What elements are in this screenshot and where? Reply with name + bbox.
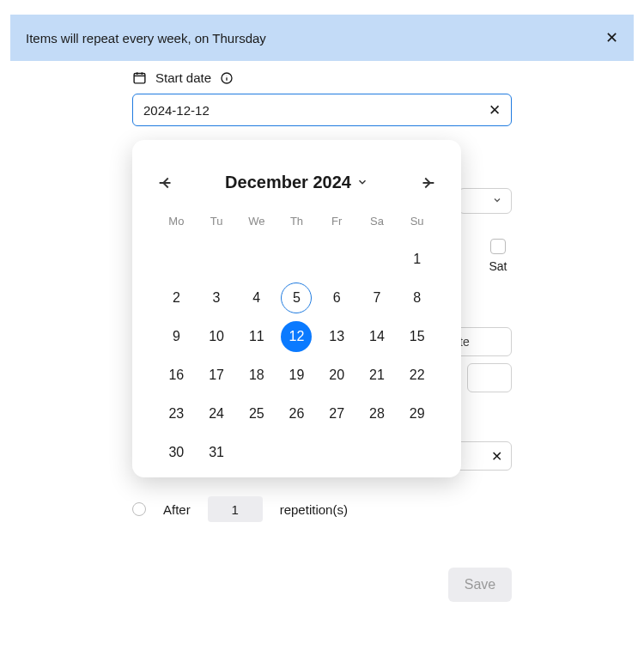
calendar-day[interactable]: 19 <box>276 355 317 394</box>
calendar-day[interactable]: 14 <box>357 317 398 355</box>
calendar-day[interactable]: 1 <box>397 240 437 278</box>
start-date-section: Start date ✕ <box>132 70 512 126</box>
calendar-day[interactable]: 25 <box>236 394 276 433</box>
next-month-button[interactable] <box>418 173 437 192</box>
calendar-day[interactable]: 23 <box>156 394 197 433</box>
start-date-label: Start date <box>155 70 211 85</box>
calendar-day[interactable]: 17 <box>197 355 237 394</box>
start-date-input-wrap[interactable]: ✕ <box>132 94 512 126</box>
calendar-day[interactable]: 15 <box>397 317 437 355</box>
start-date-input[interactable] <box>143 103 489 118</box>
calendar-dow: Sa <box>357 208 398 240</box>
close-icon[interactable]: ✕ <box>605 28 618 47</box>
calendar-day[interactable]: 11 <box>236 317 276 355</box>
calendar-dow: Th <box>276 208 317 240</box>
calendar-day-blank: 0 <box>156 240 197 278</box>
saturday-checkbox[interactable] <box>490 239 506 254</box>
calendar-day[interactable]: 2 <box>156 278 197 317</box>
calendar-day[interactable]: 27 <box>317 394 357 433</box>
calendar-day[interactable]: 5 <box>276 278 317 317</box>
chevron-down-icon <box>356 173 368 192</box>
calendar-day[interactable]: 10 <box>197 317 237 355</box>
month-year-selector[interactable]: December 2024 <box>225 173 368 192</box>
calendar-day[interactable]: 4 <box>236 278 276 317</box>
repetitions-suffix: repetition(s) <box>280 502 348 517</box>
calendar-day[interactable]: 16 <box>156 355 197 394</box>
info-icon[interactable] <box>220 71 234 85</box>
partial-row-blank-edge[interactable] <box>467 363 512 392</box>
calendar-day[interactable]: 31 <box>197 433 237 471</box>
calendar-day-blank: 0 <box>236 240 276 278</box>
calendar-day[interactable]: 21 <box>357 355 398 394</box>
calendar-dow: Su <box>397 208 437 240</box>
save-button[interactable]: Save <box>448 568 512 602</box>
calendar-day[interactable]: 28 <box>357 394 398 433</box>
calendar-day[interactable]: 24 <box>197 394 237 433</box>
calendar-grid: MoTuWeThFrSaSu00000012345678910111213141… <box>156 208 437 471</box>
calendar-day-blank: 0 <box>357 240 398 278</box>
calendar-icon <box>132 70 147 85</box>
calendar-day[interactable]: 8 <box>397 278 437 317</box>
date-picker-popover: December 2024 MoTuWeThFrSaSu000000123456… <box>132 140 461 477</box>
calendar-day[interactable]: 13 <box>317 317 357 355</box>
month-year-label: December 2024 <box>225 173 351 192</box>
calendar-dow: We <box>236 208 276 240</box>
calendar-day[interactable]: 22 <box>397 355 437 394</box>
calendar-dow: Mo <box>156 208 197 240</box>
calendar-dow: Tu <box>197 208 237 240</box>
calendar-day[interactable]: 18 <box>236 355 276 394</box>
clear-icon[interactable]: ✕ <box>489 101 501 119</box>
clear-icon[interactable]: ✕ <box>491 448 502 465</box>
saturday-checkbox-group: Sat <box>484 239 512 280</box>
calendar-day-blank: 0 <box>317 240 357 278</box>
calendar-day[interactable]: 29 <box>397 394 437 433</box>
calendar-header: December 2024 <box>156 173 437 192</box>
after-label: After <box>163 502 191 517</box>
calendar-day[interactable]: 3 <box>197 278 237 317</box>
calendar-day-blank: 0 <box>276 240 317 278</box>
calendar-day[interactable]: 12 <box>276 317 317 355</box>
calendar-day-blank: 0 <box>197 240 237 278</box>
saturday-label: Sat <box>489 259 507 273</box>
start-date-label-row: Start date <box>132 70 512 85</box>
chevron-down-icon <box>492 193 502 209</box>
calendar-day[interactable]: 6 <box>317 278 357 317</box>
after-repetitions-row: After repetition(s) <box>132 496 348 522</box>
info-banner: Items will repeat every week, on Thursda… <box>10 15 634 61</box>
calendar-day[interactable]: 9 <box>156 317 197 355</box>
partial-select-edge[interactable] <box>459 188 512 214</box>
calendar-dow: Fr <box>317 208 357 240</box>
svg-rect-0 <box>134 74 145 83</box>
calendar-day[interactable]: 30 <box>156 433 197 471</box>
calendar-day[interactable]: 20 <box>317 355 357 394</box>
banner-text: Items will repeat every week, on Thursda… <box>26 31 266 46</box>
after-radio[interactable] <box>132 502 146 516</box>
calendar-day[interactable]: 26 <box>276 394 317 433</box>
calendar-day[interactable]: 7 <box>357 278 398 317</box>
repetitions-input[interactable] <box>208 496 263 522</box>
prev-month-button[interactable] <box>156 173 175 192</box>
